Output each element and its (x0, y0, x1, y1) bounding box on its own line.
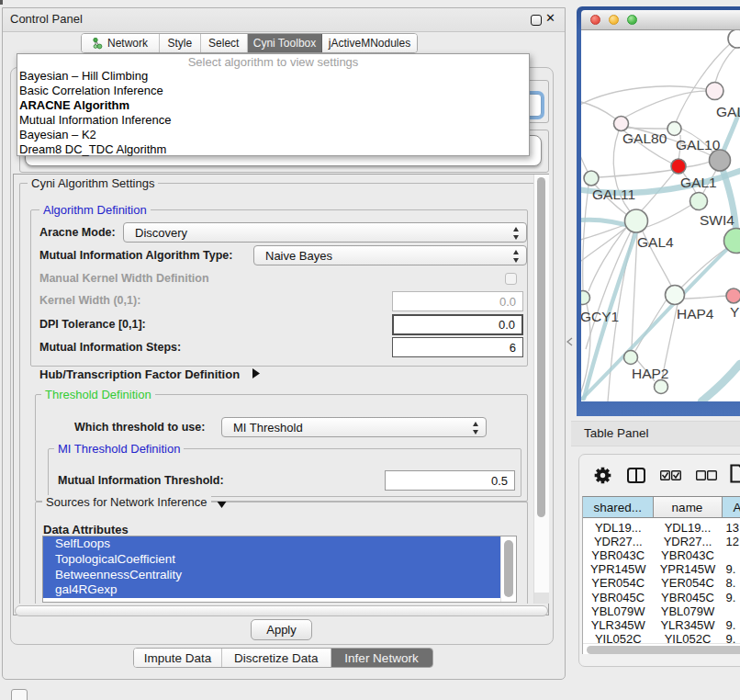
network-edge[interactable] (581, 86, 714, 107)
network-node-gray-node[interactable] (710, 150, 731, 171)
column-header-name[interactable]: name (654, 497, 723, 518)
manual-kernel-checkbox[interactable] (505, 273, 517, 285)
minimize-light[interactable] (609, 15, 619, 25)
algorithm-option-bayesian-k2[interactable]: Bayesian – K2 (17, 128, 529, 142)
network-canvas[interactable]: GAL2GAL80GAL10GAL1GAL11SWI4GAL4GCY1HAP4Y… (581, 30, 740, 401)
table-row-YDR27[interactable]: YDR27...YDR27...12 (583, 535, 740, 548)
panel-splitter-grip[interactable] (566, 337, 573, 346)
network-node-GAL80[interactable] (614, 117, 629, 131)
network-edge[interactable] (581, 145, 588, 172)
network-edge[interactable] (581, 101, 615, 119)
table-row-YBR043C[interactable]: YBR043CYBR043C (583, 548, 740, 562)
table-row-YBL079W[interactable]: YBL079WYBL079W (583, 604, 740, 618)
network-node-GAL10[interactable] (667, 122, 681, 136)
attribute-item-selfloops[interactable]: SelfLoops (43, 536, 502, 552)
float-window-icon[interactable] (531, 15, 542, 26)
settings-horizontal-scrollbar[interactable] (15, 605, 548, 616)
algorithm-option-aracne-algorithm[interactable]: ARACNE Algorithm (17, 98, 529, 113)
network-edge[interactable] (684, 296, 726, 299)
algorithm-option-basic-correlation-inference[interactable]: Basic Correlation Inference (17, 84, 529, 98)
mi-steps-field[interactable]: 6 (392, 337, 523, 357)
bottom-tab-impute-data[interactable]: Impute Data (134, 649, 222, 667)
expand-arrow-icon[interactable] (252, 367, 261, 379)
sources-title[interactable]: Sources for Network Inference (42, 495, 211, 509)
which-threshold-combobox[interactable]: MI Threshold (221, 417, 487, 437)
deselect-checkboxes-icon[interactable] (696, 470, 717, 480)
network-node-GCY1[interactable] (581, 291, 590, 305)
close-light[interactable] (590, 15, 600, 25)
table-cell: YER054C (583, 576, 654, 590)
settings-vscrollbar-thumb[interactable] (537, 177, 545, 517)
tab-network[interactable]: Network (82, 34, 160, 52)
split-view-icon[interactable] (627, 468, 645, 483)
table-hscrollbar-thumb[interactable] (587, 646, 740, 654)
network-node-HAP2[interactable] (624, 351, 638, 365)
data-attributes-list[interactable]: SelfLoopsTopologicalCoefficientBetweenne… (42, 536, 517, 603)
table-row-YBR045C[interactable]: YBR045CYBR045C9. (583, 591, 740, 604)
aracne-mode-combobox[interactable]: Discovery (123, 222, 527, 243)
network-edge[interactable] (685, 162, 710, 167)
tab-jactivemnodules[interactable]: jActiveMNodules (322, 34, 417, 52)
network-node-label-GAL2: GAL2 (716, 104, 740, 119)
new-document-icon[interactable] (730, 464, 740, 483)
network-edge[interactable] (599, 170, 672, 177)
network-node-GAL11[interactable] (584, 171, 599, 186)
apply-button[interactable]: Apply (251, 619, 312, 640)
table-row-YER054C[interactable]: YER054CYER054C8. (583, 576, 740, 590)
tab-select[interactable]: Select (201, 34, 249, 52)
settings-vertical-scrollbar[interactable] (533, 175, 549, 604)
attribute-item-gal4rgexp[interactable]: gal4RGexp (43, 582, 502, 598)
control-panel-titlebar[interactable]: Control Panel ✕ (3, 8, 565, 32)
tab-style[interactable]: Style (160, 34, 201, 52)
table-cell: YDL19... (654, 521, 723, 535)
attribute-item-topologicalcoefficient[interactable]: TopologicalCoefficient (43, 552, 502, 568)
network-edge[interactable] (715, 46, 737, 83)
network-window-titlebar[interactable] (581, 10, 740, 30)
collapse-arrow-icon[interactable] (216, 501, 228, 509)
tab-cyni-toolbox[interactable]: Cyni Toolbox (248, 34, 322, 52)
network-node-HAP4[interactable] (666, 286, 685, 305)
hub-section-label[interactable]: Hub/Transcription Factor Definition (39, 367, 240, 381)
algorithm-option-dream8-dc-tdc-algorithm[interactable]: Dream8 DC_TDC Algorithm (17, 142, 529, 157)
table-row-YLR345W[interactable]: YLR345WYLR345W9. (583, 618, 740, 632)
gear-icon[interactable] (594, 467, 611, 484)
network-node-top-cut[interactable] (728, 30, 740, 48)
attribute-item-betweennesscentrality[interactable]: BetweennessCentrality (43, 568, 502, 583)
bottom-tab-discretize-data[interactable]: Discretize Data (222, 649, 331, 667)
network-edge[interactable] (632, 232, 637, 350)
table-cell: 9. (723, 591, 740, 604)
network-node-bottom-node[interactable] (655, 380, 668, 394)
network-edge[interactable] (647, 205, 691, 227)
attributes-list-scrollbar[interactable] (500, 536, 516, 602)
network-edge[interactable] (624, 91, 714, 118)
network-edge-thick[interactable] (701, 364, 740, 401)
node-table[interactable]: shared...nameA YDL19...YDL19...13YDR27..… (582, 496, 740, 654)
table-panel-titlebar[interactable]: Table Panel (571, 421, 740, 446)
table-cell: 13 (723, 521, 740, 535)
select-all-checkboxes-icon[interactable] (660, 470, 681, 480)
mi-threshold-field[interactable]: 0.5 (385, 470, 515, 491)
bottom-tab-infer-network[interactable]: Infer Network (331, 649, 432, 667)
mi-threshold-title: MI Threshold Definition (54, 442, 184, 456)
kernel-width-field[interactable]: 0.0 (392, 291, 523, 311)
table-row-YDL19[interactable]: YDL19...YDL19...13 (583, 521, 740, 535)
network-node-GAL2[interactable] (706, 83, 723, 100)
table-cell: 8. (723, 576, 740, 590)
close-icon[interactable]: ✕ (545, 11, 555, 25)
mi-type-combobox[interactable]: Naive Bayes (253, 245, 527, 265)
dpi-tolerance-field[interactable]: 0.0 (392, 314, 523, 335)
algorithm-option-mutual-information-inference[interactable]: Mutual Information Inference (17, 113, 529, 128)
network-node-SWI4[interactable] (690, 193, 708, 210)
column-header-A[interactable]: A (723, 497, 740, 518)
table-horizontal-scrollbar[interactable] (583, 643, 740, 654)
network-view-window[interactable]: GAL2GAL80GAL10GAL1GAL11SWI4GAL4GCY1HAP4Y… (577, 6, 740, 416)
network-node-GAL1-node[interactable] (671, 159, 686, 174)
zoom-light[interactable] (627, 15, 637, 25)
network-node-GAL4[interactable] (625, 209, 648, 232)
column-header-shared[interactable]: shared... (583, 497, 654, 518)
table-row-YPR145W[interactable]: YPR145WYPR145W9. (583, 562, 740, 576)
network-edge[interactable] (586, 231, 631, 349)
algorithm-option-bayesian-hill-climbing[interactable]: Bayesian – Hill Climbing (17, 69, 529, 84)
attributes-scrollbar-thumb[interactable] (504, 540, 513, 597)
network-node-salmon-node[interactable] (726, 288, 740, 303)
